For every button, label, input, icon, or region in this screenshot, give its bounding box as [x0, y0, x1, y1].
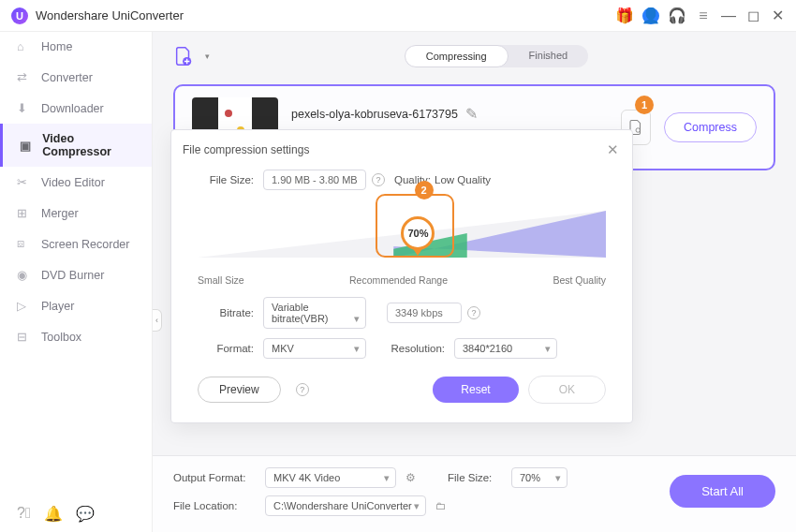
footer-icons: ?⃝ 🔔 💬: [17, 505, 95, 523]
bell-icon[interactable]: 🔔: [44, 505, 63, 523]
bitrate-kbps-input[interactable]: [387, 303, 462, 323]
titlebar: U Wondershare UniConverter 🎁 👤 🎧 ≡ — ◻ ✕: [0, 0, 796, 32]
preview-button[interactable]: Preview: [198, 377, 281, 403]
bitrate-select[interactable]: Variable bitrate(VBR): [263, 297, 366, 329]
sidebar-item-label: Downloader: [41, 102, 104, 115]
format-label: Format:: [198, 343, 263, 354]
tabbar: Compressing Finished: [405, 45, 588, 67]
modal-title: File compression settings: [183, 143, 606, 156]
file-location-select[interactable]: C:\Wondershare UniConverter: [265, 495, 426, 516]
compression-settings-modal: File compression settings ✕ File Size: 1…: [170, 129, 633, 423]
svg-point-1: [636, 128, 641, 133]
start-all-button[interactable]: Start All: [670, 475, 775, 508]
sidebar-item-label: Converter: [41, 71, 93, 84]
output-format-label: Output Format:: [173, 472, 256, 483]
filesize-input[interactable]: 1.90 MB - 3.80 MB: [263, 170, 366, 190]
close-icon[interactable]: ✕: [607, 141, 619, 158]
sidebar-item-label: Video Compressor: [42, 132, 135, 158]
sidebar-item-merger[interactable]: ⊞Merger: [0, 198, 152, 229]
window-minimize-button[interactable]: —: [721, 7, 736, 24]
axis-recommended: Recommended Range: [349, 274, 448, 286]
converter-icon: ⇄: [17, 70, 32, 84]
filesize-label: File Size:: [198, 174, 263, 185]
reset-button[interactable]: Reset: [433, 377, 518, 403]
resolution-label: Resolution:: [387, 343, 454, 354]
axis-small-size: Small Size: [198, 274, 244, 286]
sidebar-item-label: DVD Burner: [41, 269, 104, 282]
sidebar-item-label: Home: [41, 40, 72, 53]
disc-icon: ◉: [17, 268, 32, 282]
toolbox-icon: ⊟: [17, 330, 32, 344]
ok-button[interactable]: OK: [528, 376, 606, 404]
merge-icon: ⊞: [17, 206, 32, 220]
sidebar: ⌂Home ⇄Converter ⬇Downloader ▣Video Comp…: [0, 32, 153, 532]
file-location-label: File Location:: [173, 500, 256, 511]
sidebar-item-downloader[interactable]: ⬇Downloader: [0, 93, 152, 124]
sidebar-item-home[interactable]: ⌂Home: [0, 32, 152, 62]
sidebar-item-label: Toolbox: [41, 331, 81, 344]
filesize-label: File Size:: [448, 472, 502, 483]
sidebar-item-label: Screen Recorder: [41, 238, 130, 251]
download-icon: ⬇: [17, 101, 32, 115]
sidebar-item-converter[interactable]: ⇄Converter: [0, 62, 152, 93]
sidebar-item-label: Video Editor: [41, 176, 105, 189]
slider-knob[interactable]: 70%: [401, 216, 435, 250]
callout-badge-1: 1: [635, 96, 654, 114]
add-file-button[interactable]: [173, 46, 194, 66]
record-icon: ⧇: [17, 237, 32, 251]
gift-icon[interactable]: 🎁: [616, 7, 633, 24]
tab-compressing[interactable]: Compressing: [405, 45, 509, 67]
help-icon[interactable]: ?: [467, 306, 480, 319]
format-select[interactable]: MKV: [263, 338, 366, 359]
edit-name-icon[interactable]: ✎: [465, 105, 478, 123]
support-headset-icon[interactable]: 🎧: [669, 7, 685, 24]
sidebar-item-screen-recorder[interactable]: ⧇Screen Recorder: [0, 229, 152, 259]
user-account-icon[interactable]: 👤: [642, 7, 659, 24]
help-icon[interactable]: ?: [372, 173, 385, 186]
sidebar-item-player[interactable]: ▷Player: [0, 290, 152, 321]
sidebar-collapse-handle[interactable]: ‹: [153, 309, 162, 332]
window-maximize-button[interactable]: ◻: [745, 7, 760, 24]
sidebar-item-video-editor[interactable]: ✂Video Editor: [0, 167, 152, 198]
help-circle-icon[interactable]: ?⃝: [17, 505, 31, 523]
resolution-select[interactable]: 3840*2160: [454, 338, 557, 359]
sidebar-item-toolbox[interactable]: ⊟Toolbox: [0, 321, 152, 352]
sidebar-item-dvd-burner[interactable]: ◉DVD Burner: [0, 259, 152, 290]
compress-icon: ▣: [20, 139, 33, 153]
bitrate-label: Bitrate:: [198, 307, 263, 318]
sidebar-item-label: Merger: [41, 207, 79, 220]
quality-value: Low Quality: [435, 174, 491, 185]
compress-button[interactable]: Compress: [664, 112, 757, 142]
filesize-select[interactable]: 70%: [511, 467, 568, 488]
window-close-button[interactable]: ✕: [770, 7, 785, 24]
tab-finished[interactable]: Finished: [509, 45, 589, 67]
axis-best-quality: Best Quality: [553, 274, 606, 286]
hamburger-menu-icon[interactable]: ≡: [695, 7, 712, 24]
sidebar-item-label: Player: [41, 300, 74, 313]
help-icon[interactable]: ?: [296, 383, 309, 396]
home-icon: ⌂: [17, 40, 32, 53]
output-settings-icon[interactable]: ⚙: [405, 471, 416, 484]
output-format-select[interactable]: MKV 4K Video: [265, 467, 396, 488]
app-title: Wondershare UniConverter: [36, 8, 184, 22]
bottom-bar: Output Format: MKV 4K Video ⚙ File Size:…: [153, 455, 796, 532]
chat-icon[interactable]: 💬: [76, 505, 95, 523]
callout-badge-2: 2: [415, 181, 434, 200]
play-icon: ▷: [17, 299, 32, 313]
add-file-dropdown-icon[interactable]: ▾: [205, 52, 210, 61]
scissors-icon: ✂: [17, 175, 32, 189]
open-folder-icon[interactable]: 🗀: [435, 500, 447, 511]
compression-slider-chart[interactable]: 2 70%: [198, 198, 606, 271]
sidebar-item-video-compressor[interactable]: ▣Video Compressor: [0, 124, 152, 167]
file-name: pexels-olya-kobruseva-6173795: [291, 108, 458, 121]
app-logo: U: [11, 7, 28, 24]
